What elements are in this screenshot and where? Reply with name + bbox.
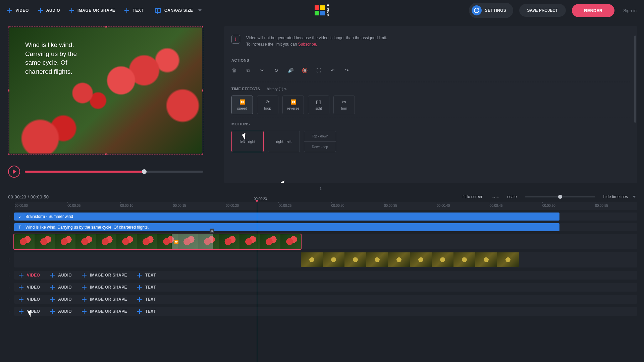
add-video-track-button[interactable]: VIDEO <box>19 297 40 302</box>
add-text-track-button[interactable]: TEXT <box>137 297 156 302</box>
scale-knob[interactable] <box>558 195 562 199</box>
add-audio-track-button[interactable]: AUDIO <box>50 273 72 278</box>
undo-icon[interactable]: ↶ <box>330 68 335 73</box>
track-lane[interactable] <box>14 252 637 267</box>
resize-handle[interactable] <box>105 154 107 155</box>
canvas-size-button[interactable]: CANVAS SIZE <box>155 8 202 13</box>
reverse-button[interactable]: ⏪reverse <box>282 96 304 114</box>
track-drag-handle[interactable]: ⋮ <box>7 297 11 302</box>
save-project-button[interactable]: SAVE PROJECT <box>519 4 566 17</box>
motion-down-top[interactable]: Down - top <box>304 141 336 152</box>
redo-icon[interactable]: ↷ <box>344 68 350 73</box>
copy-icon[interactable]: ⧉ <box>246 68 251 73</box>
add-video-track-button[interactable]: VIDEO <box>19 285 40 290</box>
text-clip[interactable]: T Wind is like wind. Carrying us by the … <box>14 223 559 231</box>
motion-top-down[interactable]: Top - down <box>304 131 336 141</box>
track-lane[interactable]: ⏩ 🗑 <box>14 234 637 249</box>
motion-left-right[interactable]: left - right <box>231 131 264 152</box>
track-drag-handle[interactable]: ⋮ <box>7 225 11 230</box>
settings-button[interactable]: SETTINGS <box>469 3 513 18</box>
video-clip[interactable] <box>301 252 519 267</box>
track-drag-handle[interactable]: ⋮ <box>7 273 11 278</box>
speed-segment[interactable]: ⏩ <box>172 234 213 249</box>
add-video-button[interactable]: VIDEO <box>7 8 29 13</box>
track-drag-handle[interactable]: ⋮ <box>7 239 11 244</box>
resize-handle[interactable] <box>8 154 9 155</box>
add-image-track-button[interactable]: IMAGE OR SHAPE <box>82 273 127 278</box>
ruler-tick: 00:00:15 <box>173 204 186 207</box>
add-text-track-button[interactable]: TEXT <box>137 309 156 314</box>
track-drag-handle[interactable]: ⋮ <box>7 214 11 219</box>
track-lane[interactable]: ♪ Brainstorm - Summer wind <box>14 213 637 221</box>
delete-icon[interactable]: 🗑 <box>231 68 237 73</box>
refresh-icon[interactable]: ↻ <box>274 68 279 73</box>
mute-icon[interactable]: 🔇 <box>302 68 307 73</box>
motion-vertical-stack: Top - down Down - top <box>304 131 336 152</box>
add-audio-track-button[interactable]: AUDIO <box>50 297 72 302</box>
add-image-button[interactable]: IMAGE OR SHAPE <box>69 8 115 13</box>
add-asset-group: VIDEO AUDIO IMAGE OR SHAPE TEXT CANVAS S… <box>7 8 202 13</box>
loop-button[interactable]: ⟳loop <box>257 96 278 114</box>
track-drag-handle[interactable]: ⋮ <box>7 309 11 314</box>
track-lane[interactable]: T Wind is like wind. Carrying us by the … <box>14 223 637 231</box>
plus-icon <box>50 285 55 290</box>
add-image-track-button[interactable]: IMAGE OR SHAPE <box>82 297 127 302</box>
panel-scrollbar[interactable] <box>634 31 636 175</box>
actions-section-label: ACTIONS <box>231 58 630 62</box>
add-image-track-button[interactable]: IMAGE OR SHAPE <box>82 285 127 290</box>
cursor-icon <box>282 181 287 183</box>
add-video-track-button[interactable]: VIDEO <box>19 273 40 278</box>
signin-link[interactable]: Sign in <box>623 8 637 13</box>
fit-to-screen-button[interactable]: fit to screen <box>463 194 483 199</box>
progress-knob[interactable] <box>142 169 147 174</box>
warning-text: Video will not be generated because the … <box>246 35 387 48</box>
resize-handle[interactable] <box>105 26 107 27</box>
ruler-tick: 00:00:35 <box>384 204 397 207</box>
history-link[interactable]: history (1) <box>267 87 287 91</box>
resize-handle[interactable] <box>8 26 9 27</box>
resize-handle[interactable] <box>8 89 9 92</box>
canvas-selection-frame[interactable]: Wind is like wind. Carrying us by the sa… <box>8 26 203 155</box>
plus-icon <box>82 309 87 314</box>
progress-bar[interactable] <box>25 171 203 173</box>
video-track: ⋮ <box>7 252 637 267</box>
scrollbar-thumb[interactable] <box>634 36 636 123</box>
video-clip-selected[interactable] <box>14 234 301 249</box>
plus-icon <box>137 273 142 278</box>
add-text-track-button[interactable]: TEXT <box>137 273 156 278</box>
delete-segment-button[interactable]: 🗑 <box>210 229 214 233</box>
time-effects-label: TIME EFFECTS <box>231 87 260 91</box>
volume-icon[interactable]: 🔊 <box>288 68 293 73</box>
audio-clip[interactable]: ♪ Brainstorm - Summer wind <box>14 213 559 221</box>
cut-icon[interactable]: ✂ <box>260 68 265 73</box>
logo[interactable]: PIXIKO <box>315 4 329 17</box>
resize-handle[interactable] <box>202 89 203 92</box>
add-audio-track-button[interactable]: AUDIO <box>50 285 72 290</box>
canvas-caption: Wind is like wind. Carrying us by the sa… <box>25 41 92 76</box>
timeline-ruler[interactable]: 00:00:23 00:00:0000:00:0500:00:1000:00:1… <box>15 202 637 210</box>
motion-right-left[interactable]: right - left <box>268 131 300 152</box>
add-image-track-button[interactable]: IMAGE OR SHAPE <box>82 309 127 314</box>
fullscreen-icon[interactable]: ⛶ <box>316 68 321 73</box>
resize-handle[interactable] <box>202 26 203 27</box>
playhead[interactable] <box>257 202 257 362</box>
split-button[interactable]: ▯▯split <box>308 96 329 114</box>
scale-slider[interactable] <box>525 196 595 197</box>
hide-timelines-button[interactable]: hide timelines <box>603 194 636 199</box>
timeline-resize-handle[interactable]: ⇕ <box>0 186 644 192</box>
topbar-right: SETTINGS SAVE PROJECT RENDER Sign in <box>469 3 637 18</box>
trim-button[interactable]: ✂trim <box>333 96 355 114</box>
subscribe-link[interactable]: Subscribe. <box>298 42 317 47</box>
add-audio-button[interactable]: AUDIO <box>38 8 60 13</box>
track-drag-handle[interactable]: ⋮ <box>7 285 11 290</box>
add-video-track-button[interactable]: VIDEO <box>19 309 40 314</box>
add-audio-track-button[interactable]: AUDIO <box>50 309 72 314</box>
resize-handle[interactable] <box>202 154 203 155</box>
speed-button[interactable]: ⏩speed <box>231 96 253 114</box>
track-drag-handle[interactable]: ⋮ <box>7 257 11 262</box>
render-button[interactable]: RENDER <box>572 4 614 17</box>
add-text-track-button[interactable]: TEXT <box>137 285 156 290</box>
play-button[interactable] <box>8 166 20 178</box>
add-text-button[interactable]: TEXT <box>124 8 144 13</box>
fit-arrows-icon[interactable]: → ← <box>491 194 499 199</box>
